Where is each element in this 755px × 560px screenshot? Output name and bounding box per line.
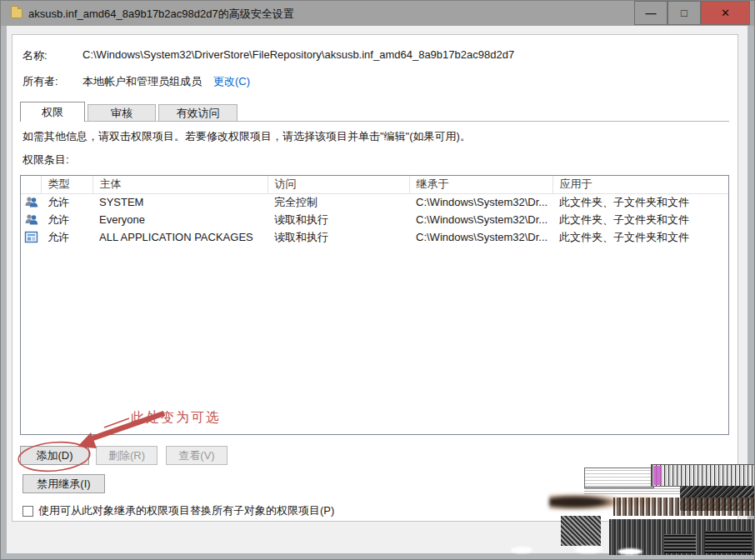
close-button[interactable]: ✕ <box>701 1 750 25</box>
column-principal[interactable]: 主体 <box>92 176 268 193</box>
tab-auditing[interactable]: 审核 <box>88 104 156 122</box>
glitch-fragment <box>705 531 752 553</box>
cell-applies-to: 此文件夹、子文件夹和文件 <box>552 193 728 211</box>
window-frame-right <box>748 26 754 559</box>
change-owner-link[interactable]: 更改(C) <box>213 74 250 89</box>
glitch-fragment <box>574 546 602 553</box>
view-button: 查看(V) <box>166 446 228 465</box>
tabstrip: 权限 审核 有效访问 <box>20 102 238 122</box>
glitch-fragment <box>511 547 532 553</box>
permission-entries-list[interactable]: 类型 主体 访问 继承于 应用于 允许 SYSTEM 完全控制 <box>20 175 729 435</box>
cell-principal: Everyone <box>92 211 268 228</box>
glitch-fragment <box>664 534 696 553</box>
cell-principal: ALL APPLICATION PACKAGES <box>92 228 268 246</box>
cell-inherited-from: C:\Windows\System32\Dr... <box>409 193 552 211</box>
cell-applies-to: 此文件夹、子文件夹和文件 <box>552 228 728 246</box>
replace-permissions-checkbox[interactable] <box>22 506 33 517</box>
name-label: 名称: <box>22 48 82 63</box>
tab-effective-access[interactable]: 有效访问 <box>158 104 238 122</box>
column-type[interactable]: 类型 <box>41 176 92 193</box>
owner-row: 所有者: 本地帐户和管理员组成员 更改(C) <box>22 74 250 89</box>
cell-inherited-from: C:\Windows\System32\Dr... <box>409 211 552 228</box>
cell-access: 读取和执行 <box>268 211 409 228</box>
replace-permissions-label: 使用可从此对象继承的权限项目替换所有子对象的权限项目(P) <box>38 503 334 518</box>
table-row[interactable]: 允许 Everyone 读取和执行 C:\Windows\System32\Dr… <box>21 211 728 228</box>
users-icon <box>24 196 38 208</box>
advanced-security-settings-dialog: aksusb.inf_amd64_8a9b17b2ac98d2d7的高级安全设置… <box>0 0 755 560</box>
users-icon <box>24 213 38 226</box>
disable-inheritance-button[interactable]: 禁用继承(I) <box>22 474 105 493</box>
cell-applies-to: 此文件夹、子文件夹和文件 <box>552 211 728 228</box>
annotation-text: 此处变为可选 <box>131 409 221 427</box>
folder-icon <box>11 8 22 18</box>
window-title: aksusb.inf_amd64_8a9b17b2ac98d2d7的高级安全设置 <box>28 7 294 22</box>
permission-entries-label: 权限条目: <box>22 152 69 168</box>
owner-value: 本地帐户和管理员组成员 <box>82 74 202 89</box>
cell-access: 完全控制 <box>268 193 409 211</box>
column-icon <box>21 176 41 193</box>
add-button[interactable]: 添加(D) <box>20 446 89 465</box>
titlebar[interactable]: aksusb.inf_amd64_8a9b17b2ac98d2d7的高级安全设置… <box>1 1 755 26</box>
minimize-button[interactable]: — <box>634 1 668 25</box>
column-applies-to[interactable]: 应用于 <box>552 176 728 193</box>
owner-label: 所有者: <box>22 74 82 89</box>
table-row[interactable]: 允许 ALL APPLICATION PACKAGES 读取和执行 C:\Win… <box>21 228 728 246</box>
cell-inherited-from: C:\Windows\System32\Dr... <box>409 228 552 246</box>
window-frame-left <box>1 26 7 559</box>
cell-type: 允许 <box>41 211 92 228</box>
cell-access: 读取和执行 <box>268 228 409 246</box>
name-value: C:\Windows\System32\DriverStore\FileRepo… <box>82 48 514 63</box>
glitch-fragment <box>609 519 755 555</box>
main-panel: 名称: C:\Windows\System32\DriverStore\File… <box>12 34 738 522</box>
instruction-text: 如需其他信息，请双击权限项目。若要修改权限项目，请选择该项目并单击"编辑"(如果… <box>22 129 471 144</box>
column-inherited-from[interactable]: 继承于 <box>409 176 552 193</box>
cell-principal: SYSTEM <box>92 193 268 211</box>
cell-type: 允许 <box>41 193 92 211</box>
object-name-row: 名称: C:\Windows\System32\DriverStore\File… <box>22 48 514 63</box>
table-row[interactable]: 允许 SYSTEM 完全控制 C:\Windows\System32\Dr...… <box>21 193 728 211</box>
maximize-button[interactable]: □ <box>668 1 701 25</box>
replace-permissions-row: 使用可从此对象继承的权限项目替换所有子对象的权限项目(P) <box>22 503 334 518</box>
cell-type: 允许 <box>41 228 92 246</box>
window-frame-bottom <box>1 553 754 559</box>
tab-permissions[interactable]: 权限 <box>20 102 85 122</box>
table-header-row: 类型 主体 访问 继承于 应用于 <box>21 176 728 193</box>
remove-button: 删除(R) <box>96 446 158 465</box>
column-access[interactable]: 访问 <box>268 176 409 193</box>
app-package-icon <box>24 231 38 243</box>
